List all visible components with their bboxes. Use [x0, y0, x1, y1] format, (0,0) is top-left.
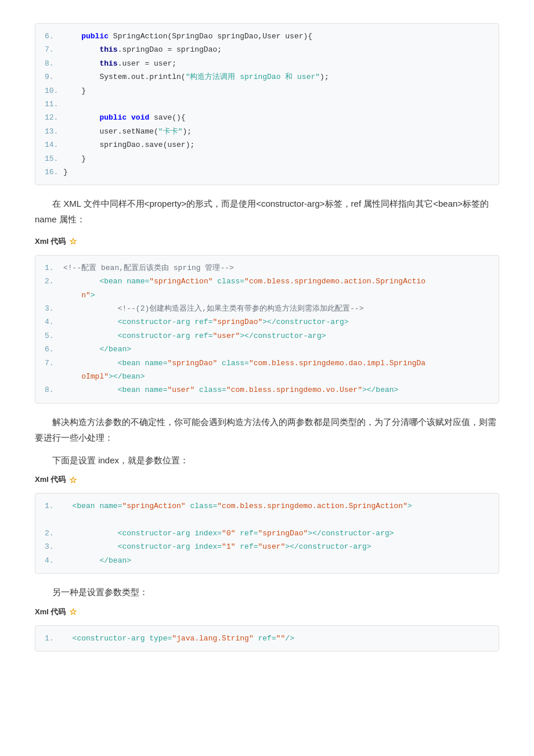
xml-label-2: Xml 代码 ☆ — [35, 473, 499, 488]
java-code-block: 6. public SpringAction(SpringDao springD… — [35, 23, 499, 185]
xml-code-content-1: 1. <!--配置 bean,配置后该类由 spring 管理--> 2. <b… — [35, 255, 499, 404]
xml-line-1: 1. <!--配置 bean,配置后该类由 spring 管理--> — [45, 261, 489, 275]
code-line-10: 10. } — [45, 84, 489, 98]
prose-2: 解决构造方法参数的不确定性，你可能会遇到构造方法传入的两参数都是同类型的，为了分… — [35, 414, 499, 445]
xml-line-6: 6. </bean> — [45, 343, 489, 356]
xml-block-2: Xml 代码 ☆ 1. <bean name="springAction" cl… — [35, 473, 499, 574]
xml-block-1: Xml 代码 ☆ 1. <!--配置 bean,配置后该类由 spring 管理… — [35, 234, 499, 403]
xml-line-7b: oImpl"></bean> — [45, 370, 489, 383]
code-line-15: 15. } — [45, 152, 489, 165]
xml-line-3: 3. <!--(2)创建构造器注入,如果主类有带参的构造方法则需添加此配置--> — [45, 302, 489, 315]
xml2-line-4: 4. </bean> — [45, 554, 489, 567]
xml-label-text-2: Xml 代码 — [35, 473, 66, 486]
code-line-8: 8. this.user = user; — [45, 57, 489, 70]
xml-line-2b: n"> — [45, 289, 489, 302]
code-line-14: 14. springDao.save(user); — [45, 138, 489, 152]
xml3-line-1: 1. <constructor-arg type="java.lang.Stri… — [45, 632, 489, 645]
star-icon-2[interactable]: ☆ — [69, 473, 77, 488]
xml-line-2: 2. <bean name="springAction" class="com.… — [45, 275, 489, 288]
xml2-line-empty — [45, 513, 489, 527]
code-line-13: 13. user.setName("卡卡"); — [45, 125, 489, 138]
xml-label-1: Xml 代码 ☆ — [35, 234, 499, 249]
xml2-line-2: 2. <constructor-arg index="0" ref="sprin… — [45, 527, 489, 540]
xml2-line-1: 1. <bean name="springAction" class="com.… — [45, 499, 489, 513]
xml-block-3: Xml 代码 ☆ 1. <constructor-arg type="java.… — [35, 604, 499, 651]
xml-label-3: Xml 代码 ☆ — [35, 604, 499, 620]
xml-line-5: 5. <constructor-arg ref="user"></constru… — [45, 329, 489, 343]
code-line-16: 16. } — [45, 165, 489, 179]
xml2-line-3: 3. <constructor-arg index="1" ref="user"… — [45, 540, 489, 553]
xml-code-content-3: 1. <constructor-arg type="java.lang.Stri… — [35, 625, 499, 651]
prose-4: 另一种是设置参数类型： — [35, 584, 499, 600]
code-line-12: 12. public void save(){ — [45, 111, 489, 124]
code-line-6: 6. public SpringAction(SpringDao springD… — [45, 30, 489, 43]
code-line-11: 11. — [45, 98, 489, 111]
code-line-9: 9. System.out.println("构造方法调用 springDao … — [45, 70, 489, 84]
java-code-content: 6. public SpringAction(SpringDao springD… — [35, 23, 499, 185]
prose-1: 在 XML 文件中同样不用<property>的形式，而是使用<construc… — [35, 196, 499, 227]
code-line-7: 7. this.springDao = springDao; — [45, 43, 489, 56]
xml-label-text: Xml 代码 — [35, 235, 66, 248]
xml-code-content-2: 1. <bean name="springAction" class="com.… — [35, 493, 499, 574]
xml-line-4: 4. <constructor-arg ref="springDao"></co… — [45, 315, 489, 329]
star-icon-1[interactable]: ☆ — [69, 234, 77, 249]
xml-label-text-3: Xml 代码 — [35, 606, 66, 618]
xml-line-8: 8. <bean name="user" class="com.bless.sp… — [45, 383, 489, 397]
prose-3: 下面是设置 index，就是参数位置： — [35, 452, 499, 468]
star-icon-3[interactable]: ☆ — [69, 604, 77, 620]
xml-line-7: 7. <bean name="springDao" class="com.ble… — [45, 357, 489, 370]
